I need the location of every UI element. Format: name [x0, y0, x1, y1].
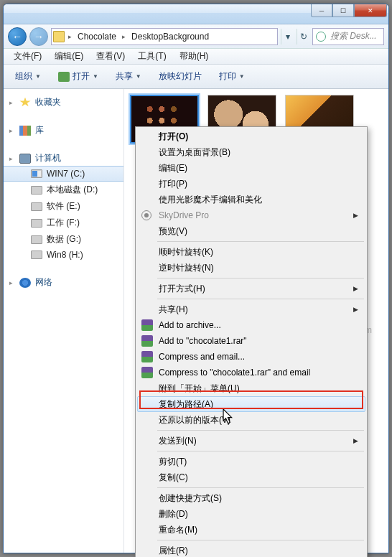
context-menu-item: SkyDrive Pro▶: [137, 207, 365, 223]
open-icon: [58, 72, 70, 82]
window-buttons: ─ ☐ ✕: [311, 4, 387, 17]
skydrive-icon: [141, 210, 151, 220]
context-menu-item[interactable]: Compress to "chocolate1.rar" and email: [137, 365, 365, 380]
refresh-button[interactable]: ↻: [297, 29, 309, 45]
context-menu-item[interactable]: 剪切(T): [137, 454, 365, 469]
star-icon: [19, 98, 31, 108]
open-button[interactable]: 打开▼: [52, 68, 104, 85]
winrar-icon: [141, 367, 153, 378]
context-menu-label: 打开(O): [159, 131, 188, 143]
context-menu-separator: [157, 299, 364, 299]
submenu-arrow-icon: ▶: [353, 212, 358, 219]
context-menu-label: 创建快捷方式(S): [159, 492, 222, 505]
sidebar-favorites[interactable]: 收藏夹: [4, 95, 123, 110]
menu-view[interactable]: 查看(V): [90, 49, 131, 64]
menu-help[interactable]: 帮助(H): [174, 49, 215, 64]
slideshow-button[interactable]: 放映幻灯片: [153, 68, 207, 85]
drive-icon: [31, 186, 42, 195]
address-dropdown[interactable]: ▾: [281, 29, 294, 45]
toolbar: 组织▼ 打开▼ 共享▼ 放映幻灯片 打印▼: [4, 65, 388, 89]
context-menu-item[interactable]: 打开方式(H)▶: [137, 281, 365, 296]
sidebar-drive-h[interactable]: Win8 (H:): [4, 248, 123, 262]
context-menu-label: 属性(R): [159, 545, 188, 557]
menu-edit[interactable]: 编辑(E): [49, 49, 89, 64]
nav-back-button[interactable]: ←: [8, 27, 27, 46]
sidebar-drive-c[interactable]: WIN7 (C:): [4, 166, 123, 182]
sidebar-computer[interactable]: 计算机: [4, 151, 123, 166]
breadcrumb-part[interactable]: DesktopBackground: [129, 32, 211, 42]
context-menu-item[interactable]: 打开(O): [137, 128, 365, 144]
context-menu-label: 预览(V): [159, 225, 187, 238]
sidebar-drive-f[interactable]: 工作 (F:): [4, 215, 123, 231]
breadcrumb-part[interactable]: Chocolate: [75, 32, 118, 42]
context-menu-separator: [157, 451, 364, 451]
context-menu-label: 重命名(M): [159, 524, 197, 536]
context-menu-item[interactable]: 预览(V): [137, 223, 365, 239]
context-menu-label: 逆时针旋转(N): [159, 262, 214, 274]
context-menu-item[interactable]: Add to archive...: [137, 317, 365, 333]
context-menu-item[interactable]: 设置为桌面背景(B): [137, 144, 365, 160]
address-bar: ← → ▸ Chocolate ▸ DesktopBackground ▾ ↻ …: [4, 24, 388, 49]
context-menu-item[interactable]: 创建快捷方式(S): [137, 490, 365, 506]
minimize-button[interactable]: ─: [311, 4, 332, 17]
context-menu-label: 复制为路径(A): [159, 398, 213, 411]
context-menu-item[interactable]: 共享(H)▶: [137, 301, 365, 317]
context-menu-item[interactable]: 逆时针旋转(N): [137, 260, 365, 276]
context-menu-label: 打印(P): [159, 178, 187, 190]
context-menu-item[interactable]: 使用光影魔术手编辑和美化: [137, 192, 365, 207]
organize-button[interactable]: 组织▼: [9, 68, 47, 85]
print-button[interactable]: 打印▼: [213, 68, 251, 85]
sidebar-drive-e[interactable]: 软件 (E:): [4, 198, 123, 215]
chevron-down-icon: ▼: [239, 73, 245, 80]
network-icon: [19, 278, 31, 288]
navigation-pane: 收藏夹 库 计算机 WIN7 (C:) 本地磁盘 (D:) 软件 (E:) 工作…: [4, 89, 124, 553]
titlebar: ─ ☐ ✕: [4, 4, 388, 24]
context-menu-item[interactable]: 顺时针旋转(K): [137, 244, 365, 260]
context-menu-item[interactable]: Add to "chocolate1.rar": [137, 333, 365, 349]
search-input[interactable]: 搜索 Desk...: [312, 28, 384, 45]
context-menu-label: 顺时针旋转(K): [159, 246, 213, 258]
library-icon: [19, 126, 31, 136]
context-menu-item[interactable]: 复制为路径(A): [137, 396, 365, 412]
maximize-button[interactable]: ☐: [332, 4, 354, 17]
menu-tools[interactable]: 工具(T): [132, 49, 172, 64]
context-menu-item[interactable]: 属性(R): [137, 543, 365, 557]
sidebar-library[interactable]: 库: [4, 123, 123, 138]
chevron-down-icon: ▼: [93, 73, 98, 80]
menu-file[interactable]: 文件(F): [8, 49, 47, 64]
drive-icon: [31, 219, 42, 228]
context-menu-item[interactable]: 删除(D): [137, 506, 365, 522]
context-menu-label: 剪切(T): [159, 456, 187, 468]
drive-icon: [31, 169, 42, 178]
share-button[interactable]: 共享▼: [110, 68, 147, 85]
context-menu-label: 使用光影魔术手编辑和美化: [159, 194, 262, 206]
context-menu-item[interactable]: Compress and email...: [137, 349, 365, 365]
submenu-arrow-icon: ▶: [353, 285, 358, 292]
context-menu-item[interactable]: 还原以前的版本(V): [137, 412, 365, 428]
context-menu-label: 发送到(N): [159, 435, 197, 447]
context-menu-separator: [157, 430, 364, 431]
context-menu-separator: [157, 487, 364, 488]
sidebar-network[interactable]: 网络: [4, 275, 123, 290]
close-button[interactable]: ✕: [354, 4, 387, 17]
context-menu-label: Add to archive...: [159, 320, 221, 330]
context-menu-label: 复制(C): [159, 472, 188, 484]
context-menu-item[interactable]: 重命名(M): [137, 522, 365, 538]
context-menu-item[interactable]: 附到「开始」菜单(U): [137, 380, 365, 396]
drive-icon: [31, 235, 42, 244]
drive-icon: [31, 202, 42, 211]
sidebar-drive-g[interactable]: 数据 (G:): [4, 231, 123, 248]
context-menu-item[interactable]: 编辑(E): [137, 160, 365, 176]
context-menu-label: 设置为桌面背景(B): [159, 146, 230, 159]
context-menu-item[interactable]: 发送到(N)▶: [137, 433, 365, 449]
context-menu-item[interactable]: 打印(P): [137, 176, 365, 192]
nav-forward-button[interactable]: →: [29, 27, 48, 46]
context-menu-label: 还原以前的版本(V): [159, 414, 230, 426]
breadcrumb-sep-icon: ▸: [66, 33, 74, 40]
breadcrumb[interactable]: ▸ Chocolate ▸ DesktopBackground: [51, 28, 278, 45]
context-menu-label: Add to "chocolate1.rar": [159, 336, 247, 346]
drive-icon: [31, 251, 42, 259]
winrar-icon: [141, 335, 153, 347]
context-menu-item[interactable]: 复制(C): [137, 469, 365, 485]
sidebar-drive-d[interactable]: 本地磁盘 (D:): [4, 182, 123, 198]
